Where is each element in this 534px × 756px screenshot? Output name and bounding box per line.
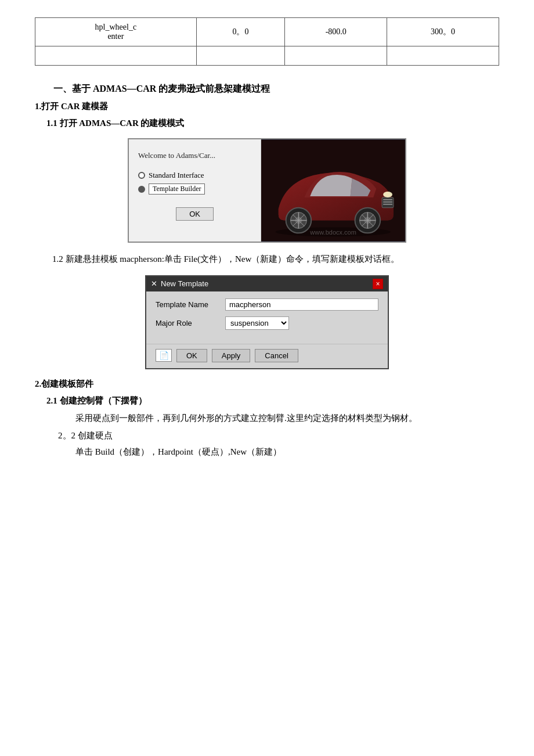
- sub1-title: 1.打开 CAR 建模器: [35, 101, 499, 112]
- dialog-label-name: Template Name: [156, 300, 219, 309]
- adams-radio-template[interactable]: Template Builder: [138, 183, 251, 195]
- sub1-2-text: 1.2 新建悬挂模板 macpherson:单击 File(文件），New（新建…: [35, 252, 499, 267]
- dialog-select-wrapper: suspension: [225, 316, 378, 330]
- adams-dialog-left: Welcome to Adams/Car... Standard Interfa…: [129, 139, 261, 242]
- radio-circle-standard: [138, 172, 145, 179]
- para1: 采用硬点到一般部件，再到几何外形的方式建立控制臂.这里约定选择的材料类型为钢材。: [58, 411, 499, 426]
- adams-ok-button-wrapper: OK: [138, 207, 251, 221]
- dialog-titlebar-left: ✕ New Template: [151, 279, 208, 288]
- radio-label-template: Template Builder: [149, 183, 205, 195]
- table-cell-empty-2: [196, 46, 284, 66]
- dialog-ok-button[interactable]: OK: [176, 349, 207, 362]
- sub1-1-title: 1.1 打开 ADMAS—CAR 的建模模式: [46, 118, 499, 129]
- table-cell-empty-4: [387, 46, 499, 66]
- dialog-input-name[interactable]: [225, 298, 378, 311]
- radio-label-standard: Standard Interface: [149, 171, 204, 180]
- table-row-1: hpl_wheel_c enter 0。0 -800.0 300。0: [35, 18, 499, 46]
- adams-welcome-text: Welcome to Adams/Car...: [138, 151, 251, 160]
- table-row-2: [35, 46, 499, 66]
- sub2-2-text: 单击 Build（创建），Hardpoint（硬点）,New（新建）: [58, 445, 499, 460]
- table-cell-y: -800.0: [285, 18, 387, 46]
- dialog-row-name: Template Name: [156, 298, 378, 311]
- svg-point-6: [383, 192, 392, 197]
- dialog-apply-button[interactable]: Apply: [212, 349, 251, 362]
- car-svg: [261, 139, 405, 242]
- dialog-title: New Template: [161, 279, 208, 288]
- adams-car-image: www.bdocx.com: [261, 139, 405, 242]
- dialog-cancel-button[interactable]: Cancel: [255, 349, 298, 362]
- svg-rect-5: [383, 204, 392, 205]
- sub2-1-title: 2.1 创建控制臂（下摆臂）: [46, 395, 499, 406]
- dialog-close-button[interactable]: ×: [373, 279, 383, 289]
- new-template-dialog-wrapper: ✕ New Template × Template Name Major Rol…: [35, 275, 499, 369]
- section1-title: 一、基于 ADMAS—CAR 的麦弗逊式前悬架建模过程: [35, 83, 499, 95]
- adams-car-dialog: Welcome to Adams/Car... Standard Interfa…: [128, 138, 406, 243]
- table-cell-x: 0。0: [196, 18, 284, 46]
- dialog-body: Template Name Major Role suspension: [146, 291, 388, 344]
- dialog-label-role: Major Role: [156, 319, 219, 327]
- dialog-titlebar: ✕ New Template ×: [146, 276, 388, 291]
- table-cell-name: hpl_wheel_c enter: [35, 18, 197, 46]
- sub2-2-title: 2。2 创建硬点: [58, 430, 499, 441]
- table-cell-empty-3: [285, 46, 387, 66]
- table-cell-z: 300。0: [387, 18, 499, 46]
- adams-radio-standard[interactable]: Standard Interface: [138, 171, 251, 180]
- radio-circle-template: [138, 186, 145, 193]
- dialog-footer: 📄 OK Apply Cancel: [146, 344, 388, 368]
- dialog-icon: 📄: [156, 349, 172, 362]
- sub2-title: 2.创建模板部件: [35, 379, 499, 390]
- dialog-select-role[interactable]: suspension: [225, 316, 289, 330]
- adams-radio-group: Standard Interface Template Builder: [138, 171, 251, 195]
- dialog-row-role: Major Role suspension: [156, 316, 378, 330]
- adams-car-dialog-wrapper: Welcome to Adams/Car... Standard Interfa…: [35, 138, 499, 243]
- svg-rect-4: [383, 201, 392, 203]
- svg-rect-3: [383, 199, 392, 200]
- adams-ok-button[interactable]: OK: [176, 207, 214, 221]
- table-cell-empty-1: [35, 46, 197, 66]
- new-template-dialog: ✕ New Template × Template Name Major Rol…: [145, 275, 389, 369]
- data-table: hpl_wheel_c enter 0。0 -800.0 300。0: [35, 17, 499, 66]
- dialog-x-icon: ✕: [151, 279, 157, 288]
- svg-rect-2: [382, 197, 394, 208]
- dialog-icon-symbol: 📄: [159, 351, 169, 361]
